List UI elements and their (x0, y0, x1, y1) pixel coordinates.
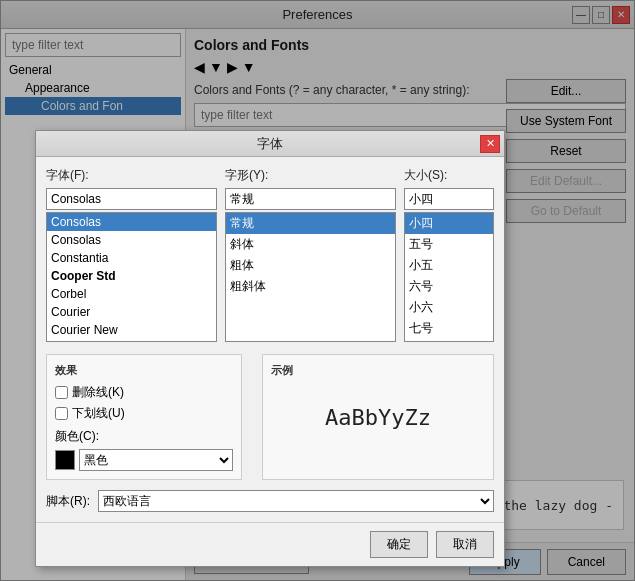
font-family-item-constantia[interactable]: Constantia (47, 249, 216, 267)
font-style-input[interactable] (225, 188, 396, 210)
script-row: 脚本(R): 西欧语言 (46, 490, 494, 512)
underline-checkbox[interactable] (55, 407, 68, 420)
example-text: AaBbYyZz (325, 405, 431, 430)
strikethrough-label: 删除线(K) (72, 384, 124, 401)
font-style-item-bold[interactable]: 粗体 (226, 255, 395, 276)
font-size-item-wuhao[interactable]: 五号 (405, 234, 493, 255)
font-dialog-body: 字体(F): Consolas Consolas Constantia Coop… (36, 157, 504, 522)
example-title: 示例 (271, 363, 293, 378)
font-size-label: 大小(S): (404, 167, 494, 184)
font-size-input[interactable] (404, 188, 494, 210)
font-style-label: 字形(Y): (225, 167, 396, 184)
font-family-item-dejavu[interactable]: DejaVu Sans Mono (47, 339, 216, 342)
font-size-column: 大小(S): 小四 五号 小五 六号 小六 七号 八号 (404, 167, 494, 342)
effects-title: 效果 (55, 363, 233, 378)
font-family-input[interactable] (46, 188, 217, 210)
font-ok-button[interactable]: 确定 (370, 531, 428, 558)
font-dialog: 字体 ✕ 字体(F): Consolas Consolas Constantia… (35, 130, 505, 567)
script-select[interactable]: 西欧语言 (98, 490, 494, 512)
font-cancel-button[interactable]: 取消 (436, 531, 494, 558)
font-style-list[interactable]: 常规 斜体 粗体 粗斜体 (225, 212, 396, 342)
strikethrough-row: 删除线(K) (55, 384, 233, 401)
font-style-column: 字形(Y): 常规 斜体 粗体 粗斜体 (225, 167, 396, 342)
strikethrough-checkbox[interactable] (55, 386, 68, 399)
font-dialog-title-bar: 字体 ✕ (36, 131, 504, 157)
font-size-item-bahao[interactable]: 八号 (405, 339, 493, 342)
color-label: 颜色(C): (55, 428, 99, 445)
effects-box: 效果 删除线(K) 下划线(U) 颜色(C): 黑色 (46, 354, 242, 480)
font-family-item-consolas[interactable]: Consolas (47, 231, 216, 249)
font-effects-row: 效果 删除线(K) 下划线(U) 颜色(C): 黑色 (46, 354, 494, 480)
font-dialog-title-text: 字体 (257, 135, 283, 153)
font-style-item-regular[interactable]: 常规 (226, 213, 395, 234)
font-family-item-cooper-std[interactable]: Cooper Std (47, 267, 216, 285)
font-family-list[interactable]: Consolas Consolas Constantia Cooper Std … (46, 212, 217, 342)
font-size-list[interactable]: 小四 五号 小五 六号 小六 七号 八号 (404, 212, 494, 342)
font-style-item-italic[interactable]: 斜体 (226, 234, 395, 255)
font-style-item-bold-italic[interactable]: 粗斜体 (226, 276, 395, 297)
font-columns: 字体(F): Consolas Consolas Constantia Coop… (46, 167, 494, 342)
font-dialog-bottom: 确定 取消 (36, 522, 504, 566)
font-family-item-corbel[interactable]: Corbel (47, 285, 216, 303)
font-family-item-courier[interactable]: Courier (47, 303, 216, 321)
font-size-item-xiaoliu[interactable]: 小六 (405, 297, 493, 318)
font-dialog-close-button[interactable]: ✕ (480, 135, 500, 153)
font-size-item-xiaosi[interactable]: 小四 (405, 213, 493, 234)
font-size-item-qihao[interactable]: 七号 (405, 318, 493, 339)
font-family-item-courier-new[interactable]: Courier New (47, 321, 216, 339)
font-family-label: 字体(F): (46, 167, 217, 184)
font-family-column: 字体(F): Consolas Consolas Constantia Coop… (46, 167, 217, 342)
underline-row: 下划线(U) (55, 405, 233, 422)
script-label: 脚本(R): (46, 493, 90, 510)
example-box: 示例 AaBbYyZz (262, 354, 494, 480)
color-swatch[interactable] (55, 450, 75, 470)
font-size-item-liuhao[interactable]: 六号 (405, 276, 493, 297)
color-select[interactable]: 黑色 (79, 449, 233, 471)
underline-label: 下划线(U) (72, 405, 125, 422)
font-size-item-xiaowu[interactable]: 小五 (405, 255, 493, 276)
font-family-item-consolas-selected[interactable]: Consolas (47, 213, 216, 231)
color-row: 颜色(C): (55, 428, 233, 445)
